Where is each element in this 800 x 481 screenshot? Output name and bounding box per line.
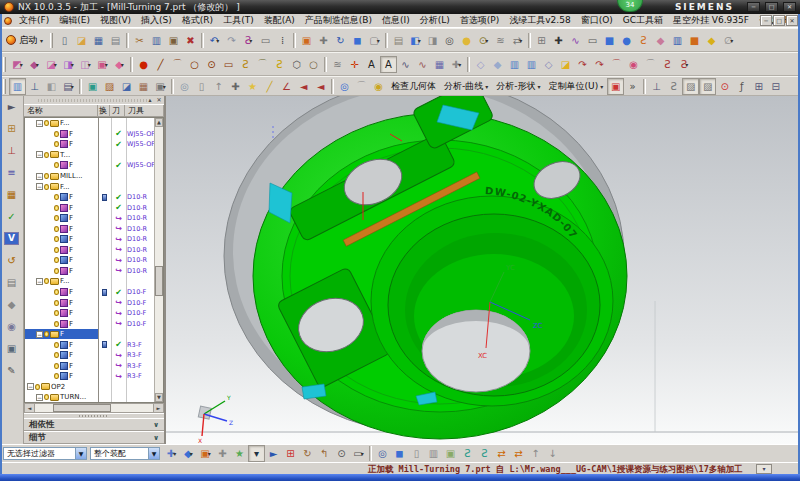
- datum-csys-button[interactable]: ⊞: [533, 32, 550, 49]
- sketch-spline-button[interactable]: Ƨ▾: [240, 32, 257, 49]
- section-dependencies[interactable]: 相依性 ∨: [24, 418, 164, 431]
- start-menu-button[interactable]: 启动 ▾: [1, 31, 48, 50]
- touch-mode-button[interactable]: ▭: [257, 32, 274, 49]
- analysis-curve-button[interactable]: 分析-曲线▾: [440, 78, 492, 94]
- tree-row[interactable]: F↪D10-R: [25, 245, 163, 256]
- visibility-bulb-icon[interactable]: [54, 310, 59, 316]
- analysis-shape-button[interactable]: 分析-形状▾: [492, 78, 544, 94]
- ellipse-button[interactable]: ○: [305, 56, 322, 73]
- note-button[interactable]: ◆: [652, 32, 669, 49]
- menu-item-3[interactable]: 插入(S): [136, 14, 177, 27]
- process-studio[interactable]: ▤: [3, 275, 21, 290]
- deviation-gauge-button[interactable]: ▣: [607, 78, 624, 95]
- visibility-bulb-icon[interactable]: [54, 352, 59, 358]
- scroll-up-arrow[interactable]: ▲: [155, 118, 163, 127]
- visibility-bulb-icon[interactable]: [44, 278, 49, 284]
- highlight-button[interactable]: ●: [458, 32, 475, 49]
- tree-row[interactable]: −T...: [25, 150, 163, 161]
- dimension-button[interactable]: ⇄▾: [509, 32, 526, 49]
- menu-item-10[interactable]: 首选项(P): [455, 14, 504, 27]
- status-tray-button[interactable]: ▾: [756, 464, 772, 474]
- block-button[interactable]: ■: [601, 32, 618, 49]
- menu-item-5[interactable]: 工具(T): [218, 14, 259, 27]
- constraint-navigator[interactable]: ⊥: [3, 143, 21, 158]
- pmi-button[interactable]: ▥: [669, 32, 686, 49]
- s-tool-a-button[interactable]: Ƨ: [459, 445, 476, 462]
- select-scope-button[interactable]: ◆▾: [180, 445, 197, 462]
- check-mate[interactable]: ✓: [3, 209, 21, 224]
- operation-navigator[interactable]: ≡: [3, 165, 21, 180]
- bounded-plane-button[interactable]: ◪: [557, 56, 574, 73]
- print-button[interactable]: ▤: [107, 32, 124, 49]
- navigator-close-icon[interactable]: ✕: [155, 96, 163, 103]
- geometry-analysis-button[interactable]: ◉: [370, 78, 387, 95]
- navigator-drag-handle[interactable]: ▴ ✕: [24, 96, 164, 104]
- visibility-bulb-icon[interactable]: [54, 247, 59, 253]
- assembly-constraints-button[interactable]: ▤▾: [60, 78, 77, 95]
- render-style-button[interactable]: ▢▾: [366, 32, 383, 49]
- show-hide-button[interactable]: ◎: [441, 32, 458, 49]
- anchor-button[interactable]: ⊥: [26, 78, 43, 95]
- tree-vertical-scrollbar[interactable]: ▲ ▼: [154, 118, 163, 402]
- menu-item-8[interactable]: 信息(I): [377, 14, 415, 27]
- selection-filter-dropdown[interactable]: 无选择过滤器 ▼: [3, 447, 87, 460]
- tree-expander-icon[interactable]: −: [36, 151, 43, 158]
- revolve-button[interactable]: ◆▾: [26, 56, 43, 73]
- tree-row[interactable]: F✔D10-F: [25, 287, 163, 298]
- tree-row[interactable]: F↪R3-F: [25, 361, 163, 372]
- chain-select-button[interactable]: ⊥: [648, 78, 665, 95]
- visibility-bulb-icon[interactable]: [54, 194, 59, 200]
- tree-row[interactable]: F↪D10-F: [25, 297, 163, 308]
- copy-layer-button[interactable]: ▥: [425, 445, 442, 462]
- add-point-button[interactable]: ✚: [227, 78, 244, 95]
- tree-expander-icon[interactable]: −: [36, 183, 43, 190]
- history-palette[interactable]: ↺: [3, 253, 21, 268]
- face-blend-button[interactable]: ◆: [489, 56, 506, 73]
- copy-button[interactable]: ▥: [148, 32, 165, 49]
- s-tool-b-button[interactable]: Ƨ: [476, 445, 493, 462]
- gouge-check-button[interactable]: ◄: [295, 78, 312, 95]
- tree-expander-icon[interactable]: −: [36, 394, 43, 401]
- column-name[interactable]: 名称: [24, 105, 98, 116]
- edit-section-button[interactable]: ◨: [424, 32, 441, 49]
- notes[interactable]: ✎: [3, 363, 21, 378]
- smooth-spline-button[interactable]: ∿: [414, 56, 431, 73]
- visibility-bulb-icon[interactable]: [54, 236, 59, 242]
- tree-row[interactable]: −F...: [25, 181, 163, 192]
- fillet-button[interactable]: ⌒: [254, 56, 271, 73]
- visibility-bulb-icon[interactable]: [54, 141, 59, 147]
- text-frame-button[interactable]: A: [380, 56, 397, 73]
- layer-down-button[interactable]: ↓: [544, 445, 561, 462]
- circle-button[interactable]: ○: [186, 56, 203, 73]
- shaded-view-button[interactable]: ◼: [349, 32, 366, 49]
- assembly-navigator[interactable]: ⊞: [3, 121, 21, 136]
- angle-button[interactable]: ∠: [278, 78, 295, 95]
- sphere-analysis-button[interactable]: ◎: [336, 78, 353, 95]
- roles[interactable]: ◉: [3, 319, 21, 334]
- visibility-bulb-icon[interactable]: [54, 373, 59, 379]
- visibility-bulb-icon[interactable]: [44, 331, 49, 337]
- rotate-view-button[interactable]: ↻: [332, 32, 349, 49]
- tree-row[interactable]: F↪D10-F: [25, 318, 163, 329]
- extrude-button[interactable]: ◩▾: [9, 56, 26, 73]
- visibility-bulb-icon[interactable]: [54, 257, 59, 263]
- generate-toolpath-button[interactable]: ▨: [101, 78, 118, 95]
- smart-select-button[interactable]: ★: [231, 445, 248, 462]
- return-button[interactable]: ↰: [316, 445, 333, 462]
- menu-item-9[interactable]: 分析(L): [415, 14, 455, 27]
- tree-row[interactable]: −F...: [25, 276, 163, 287]
- manufacturing-tools[interactable]: ◆: [3, 297, 21, 312]
- new-file-button[interactable]: ▯: [56, 32, 73, 49]
- copy-face-button[interactable]: ▥: [506, 56, 523, 73]
- menu-item-11[interactable]: 浅绿工具v2.58: [504, 14, 575, 27]
- examine-geometry-button[interactable]: 检查几何体: [387, 78, 440, 94]
- tree-row[interactable]: −MILL...: [25, 171, 163, 182]
- point-snap-button[interactable]: ✚: [214, 445, 231, 462]
- section-details[interactable]: 细节 ∨: [24, 431, 164, 444]
- spline-analysis-button[interactable]: Ƨ: [665, 78, 682, 95]
- tree-horizontal-scrollbar[interactable]: ◄ ►: [24, 403, 164, 413]
- tree-expander-icon[interactable]: −: [27, 383, 34, 390]
- text-button[interactable]: A: [363, 56, 380, 73]
- cylinder-button[interactable]: ●: [618, 32, 635, 49]
- menu-item-7[interactable]: 产品制造信息(B): [300, 14, 377, 27]
